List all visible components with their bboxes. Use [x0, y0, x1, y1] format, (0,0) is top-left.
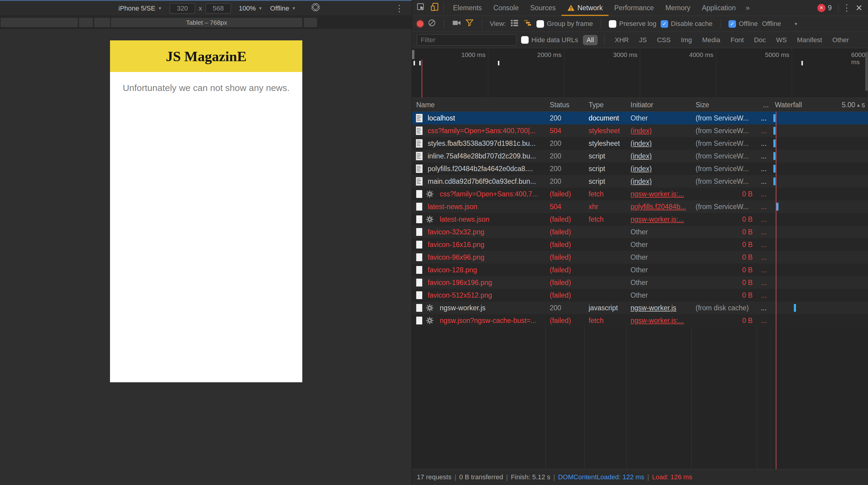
column-header-status[interactable]: Status: [546, 98, 584, 112]
grid-header[interactable]: NameStatusTypeInitiatorSize...Waterfall5…: [412, 98, 868, 112]
table-row[interactable]: main.cd8a92d7b6f9c0a93ecf.bun...200scrip…: [412, 175, 868, 188]
tab-memory[interactable]: Memory: [660, 0, 696, 16]
filter-funnel-icon[interactable]: [465, 19, 474, 29]
filter-pill-ws[interactable]: WS: [772, 35, 790, 45]
media-query-segment[interactable]: [94, 18, 110, 27]
table-row[interactable]: localhost200documentOther(from ServiceW.…: [412, 112, 868, 124]
table-row[interactable]: inline.75af48e28bd707d2c209.bu...200scri…: [412, 150, 868, 162]
filter-pill-js[interactable]: JS: [635, 35, 650, 45]
table-row[interactable]: latest-news.json(failed)fetchngsw-worker…: [412, 213, 868, 226]
cell-initiator-link[interactable]: (index): [630, 137, 688, 150]
rotate-icon[interactable]: [310, 2, 321, 15]
inspect-element-icon[interactable]: [416, 2, 425, 13]
table-row[interactable]: css?family=Open+Sans:400,700|...504style…: [412, 124, 868, 137]
throttle-select[interactable]: Offline ▼: [270, 4, 296, 12]
filter-pill-manifest[interactable]: Manifest: [793, 35, 826, 45]
tab-elements[interactable]: Elements: [447, 0, 488, 16]
cell-initiator-link[interactable]: (index): [630, 175, 688, 188]
filter-pill-css[interactable]: CSS: [653, 35, 674, 45]
cell-initiator-link[interactable]: ngsw-worker.js:...: [630, 188, 688, 200]
column-header-dots[interactable]: ...: [757, 98, 771, 112]
cell-more[interactable]: ...: [757, 251, 771, 264]
cell-initiator-link[interactable]: (index): [630, 124, 688, 137]
device-toolbar-toggle-icon[interactable]: [430, 2, 440, 13]
clear-icon[interactable]: [428, 19, 436, 29]
table-row[interactable]: favicon-16x16.png(failed)Other0 B...: [412, 238, 868, 251]
table-row[interactable]: favicon-512x512.png(failed)Other0 B...: [412, 289, 868, 301]
table-row[interactable]: ngsw.json?ngsw-cache-bust=...(failed)fet…: [412, 314, 868, 327]
disable-cache-checkbox[interactable]: ✓ Disable cache: [661, 20, 712, 28]
filter-pill-font[interactable]: Font: [727, 35, 747, 45]
column-header-initiator[interactable]: Initiator: [626, 98, 691, 112]
table-row[interactable]: styles.fbafb3538a3097d1981c.bu...200styl…: [412, 137, 868, 150]
cell-initiator-link[interactable]: (index): [630, 162, 688, 175]
device-select[interactable]: iPhone 5/SE ▼: [119, 4, 162, 12]
zoom-select[interactable]: 100% ▼: [239, 4, 262, 12]
viewport-width-input[interactable]: [170, 3, 195, 13]
filter-pill-img[interactable]: Img: [677, 35, 695, 45]
table-row[interactable]: css?family=Open+Sans:400,7...(failed)fet…: [412, 188, 868, 200]
cell-more[interactable]: ...: [757, 150, 771, 162]
screenshot-camera-icon[interactable]: [452, 19, 461, 29]
table-row[interactable]: favicon-196x196.png(failed)Other0 B...: [412, 276, 868, 289]
cell-more[interactable]: ...: [757, 301, 771, 314]
network-throttle-select[interactable]: Offline ▼: [762, 20, 798, 28]
tab-application[interactable]: Application: [696, 0, 742, 16]
column-header-size[interactable]: Size: [691, 98, 757, 112]
table-row[interactable]: favicon-128.png(failed)Other0 B...: [412, 264, 868, 276]
filter-pill-all[interactable]: All: [583, 35, 597, 45]
group-by-frame-checkbox[interactable]: Group by frame: [536, 20, 593, 28]
table-row[interactable]: favicon-32x32.png(failed)Other0 B...: [412, 226, 868, 238]
tab-network[interactable]: Network: [561, 0, 609, 16]
cell-more[interactable]: ...: [757, 112, 771, 124]
media-query-segment[interactable]: [1, 18, 78, 27]
overview-resize-handle[interactable]: [412, 50, 414, 59]
table-row[interactable]: polyfills.f20484b2fa4642e0dca8....200scr…: [412, 162, 868, 175]
cell-initiator-link[interactable]: (index): [630, 150, 688, 162]
media-query-segment-labeled[interactable]: Tablet – 768px: [111, 18, 302, 27]
cell-more[interactable]: ...: [757, 238, 771, 251]
cell-initiator-link[interactable]: polyfills.f20484b...: [630, 200, 688, 213]
cell-more[interactable]: ...: [757, 314, 771, 327]
filter-pill-xhr[interactable]: XHR: [611, 35, 632, 45]
cell-initiator-link[interactable]: ngsw-worker.js:...: [630, 213, 688, 226]
media-query-segment[interactable]: [79, 18, 93, 27]
scrollbar-thumb[interactable]: [865, 52, 868, 91]
hide-data-urls-checkbox[interactable]: Hide data URLs: [521, 36, 578, 44]
cell-more[interactable]: ...: [757, 124, 771, 137]
more-tabs-button[interactable]: »: [741, 4, 754, 12]
waterfall-view-icon[interactable]: [523, 19, 532, 29]
cell-more[interactable]: ...: [757, 289, 771, 301]
devtools-menu-icon[interactable]: ⋮: [842, 3, 851, 12]
media-query-segment[interactable]: [304, 18, 317, 27]
cell-more[interactable]: ...: [757, 264, 771, 276]
list-view-icon[interactable]: [510, 19, 519, 29]
table-row[interactable]: ngsw-worker.js200javascriptngsw-worker.j…: [412, 301, 868, 314]
record-icon[interactable]: [417, 21, 424, 27]
cell-more[interactable]: ...: [757, 200, 771, 213]
cell-more[interactable]: ...: [757, 188, 771, 200]
cell-more[interactable]: ...: [757, 137, 771, 150]
column-header-type[interactable]: Type: [584, 98, 626, 112]
cell-more[interactable]: ...: [757, 213, 771, 226]
tab-console[interactable]: Console: [488, 0, 524, 16]
device-toolbar-menu-icon[interactable]: ⋮: [395, 4, 404, 13]
close-icon[interactable]: ✕: [856, 3, 863, 13]
cell-initiator-link[interactable]: ngsw-worker.js: [630, 301, 688, 314]
cell-initiator-link[interactable]: ngsw-worker.js:...: [630, 314, 688, 327]
cell-more[interactable]: ...: [757, 226, 771, 238]
tab-sources[interactable]: Sources: [524, 0, 561, 16]
cell-more[interactable]: ...: [757, 276, 771, 289]
filter-input[interactable]: [417, 34, 516, 45]
table-row[interactable]: latest-news.json504xhrpolyfills.f20484b.…: [412, 200, 868, 213]
filter-pill-doc[interactable]: Doc: [750, 35, 770, 45]
cell-more[interactable]: ...: [757, 175, 771, 188]
error-badge-icon[interactable]: ✕: [817, 4, 826, 12]
preserve-log-checkbox[interactable]: Preserve log: [609, 20, 656, 28]
filter-pill-other[interactable]: Other: [829, 35, 852, 45]
column-header-name[interactable]: Name: [412, 98, 546, 112]
filter-pill-media[interactable]: Media: [699, 35, 724, 45]
timeline-overview[interactable]: 1000 ms2000 ms3000 ms4000 ms5000 ms6000 …: [412, 48, 868, 98]
cell-more[interactable]: ...: [757, 162, 771, 175]
table-row[interactable]: favicon-96x96.png(failed)Other0 B...: [412, 251, 868, 264]
